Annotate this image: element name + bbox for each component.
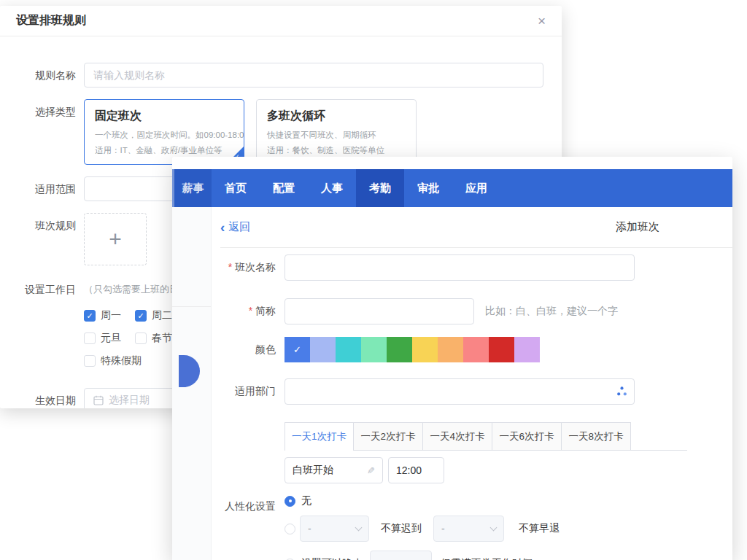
range-label: 适用范围 bbox=[0, 176, 84, 201]
app-logo: 薪事 bbox=[172, 169, 212, 207]
radio-tolerance[interactable] bbox=[285, 524, 295, 534]
page-title: 添加班次 bbox=[616, 220, 659, 234]
effective-date-label: 生效日期 bbox=[0, 388, 84, 408]
workday-label: 设置工作日 bbox=[0, 277, 84, 302]
top-navbar: 薪事 首页 配置 人事 考勤 审批 应用 bbox=[172, 169, 732, 207]
color-swatch[interactable] bbox=[336, 337, 361, 362]
abbr-input[interactable] bbox=[285, 298, 474, 324]
early-tolerance-select[interactable]: - bbox=[433, 516, 504, 542]
rule-name-input[interactable] bbox=[84, 63, 543, 88]
tab-punch-6[interactable]: 一天6次打卡 bbox=[492, 422, 562, 450]
radio-none[interactable] bbox=[285, 496, 295, 507]
org-tree-icon[interactable] bbox=[616, 386, 627, 397]
card-desc: 快捷设置不同班次、周期循环 bbox=[267, 130, 406, 141]
color-swatches: ✓ bbox=[285, 337, 540, 362]
drawer-toggle-handle[interactable] bbox=[179, 355, 200, 387]
humanize-label: 人性化设置 bbox=[220, 500, 276, 513]
card-desc: 一个班次，固定班次时间。如09:00-18:00 bbox=[95, 130, 233, 141]
color-swatch[interactable] bbox=[361, 337, 387, 362]
dialog-header: 设置排班规则 × bbox=[0, 6, 562, 36]
color-swatch[interactable] bbox=[489, 337, 514, 362]
color-swatch-selected[interactable]: ✓ bbox=[285, 337, 310, 362]
dept-input[interactable] bbox=[285, 378, 635, 405]
calendar-icon bbox=[93, 395, 104, 405]
checkbox-icon bbox=[84, 355, 96, 367]
color-swatch[interactable] bbox=[387, 337, 412, 362]
nav-item-apps[interactable]: 应用 bbox=[452, 169, 500, 207]
abbr-label: 简称 bbox=[220, 305, 276, 318]
collapsed-sidebar bbox=[172, 207, 212, 560]
color-swatch[interactable] bbox=[310, 337, 336, 362]
checkbox-icon bbox=[84, 332, 96, 344]
color-swatch[interactable] bbox=[438, 337, 463, 362]
checkbox-checked-icon: ✓ bbox=[84, 310, 96, 322]
pencil-icon: ✎ bbox=[367, 465, 375, 476]
attendance-window: 薪事 首页 配置 人事 考勤 审批 应用 ‹ 返回 添加班次 班次名称 bbox=[172, 157, 732, 560]
color-swatch[interactable] bbox=[514, 337, 540, 362]
back-chevron-icon: ‹ bbox=[220, 220, 225, 234]
type-label: 选择类型 bbox=[0, 99, 84, 165]
card-title: 固定班次 bbox=[95, 109, 233, 124]
late-tolerance-select[interactable]: - bbox=[300, 516, 369, 542]
tab-punch-1[interactable]: 一天1次打卡 bbox=[285, 422, 354, 451]
shift-name-label: 班次名称 bbox=[220, 261, 276, 274]
checkbox-icon bbox=[135, 332, 147, 344]
punch-count-tabs: 一天1次打卡 一天2次打卡 一天4次打卡 一天6次打卡 一天8次打卡 bbox=[285, 422, 687, 451]
card-scope: 适用：IT、金融、政府/事业单位等 bbox=[95, 145, 233, 156]
rule-name-label: 规则名称 bbox=[0, 63, 84, 88]
tab-punch-8[interactable]: 一天8次打卡 bbox=[562, 422, 631, 450]
color-label: 颜色 bbox=[220, 343, 276, 357]
dialog-title: 设置排班规则 bbox=[16, 13, 86, 28]
tab-punch-2[interactable]: 一天2次打卡 bbox=[354, 422, 423, 450]
abbr-hint: 比如：白、白班，建议一个字 bbox=[485, 305, 618, 318]
dept-label: 适用部门 bbox=[220, 385, 276, 398]
nav-item-config[interactable]: 配置 bbox=[260, 169, 308, 207]
shift-start-name-input[interactable]: 白班开始 ✎ bbox=[285, 457, 383, 483]
plus-icon: + bbox=[109, 227, 122, 252]
color-swatch[interactable] bbox=[463, 337, 489, 362]
workday-checkbox-monday[interactable]: ✓ 周一 bbox=[84, 309, 135, 322]
back-link[interactable]: ‹ 返回 bbox=[220, 220, 250, 234]
checkbox-checked-icon: ✓ bbox=[135, 310, 147, 322]
card-title: 多班次循环 bbox=[267, 109, 406, 124]
color-swatch[interactable] bbox=[412, 337, 438, 362]
close-icon[interactable]: × bbox=[538, 14, 546, 28]
holiday-checkbox-special[interactable]: 特殊假期 bbox=[84, 354, 142, 368]
tab-punch-4[interactable]: 一天4次打卡 bbox=[423, 422, 492, 450]
nav-item-hr[interactable]: 人事 bbox=[308, 169, 356, 207]
chevron-down-icon bbox=[490, 524, 498, 531]
holiday-checkbox-newyear[interactable]: 元旦 bbox=[84, 332, 135, 345]
shift-type-card-cycle[interactable]: 多班次循环 快捷设置不同班次、周期循环 适用：餐饮、制造、医院等单位 bbox=[256, 99, 417, 160]
check-icon: ✓ bbox=[293, 344, 301, 355]
chevron-down-icon bbox=[355, 524, 363, 531]
nav-item-home[interactable]: 首页 bbox=[212, 169, 260, 207]
add-shift-rule-button[interactable]: + bbox=[84, 213, 147, 265]
late-come-select[interactable]: - bbox=[370, 551, 432, 560]
shift-start-time-input[interactable]: 12:00 bbox=[388, 457, 444, 483]
card-scope: 适用：餐饮、制造、医院等单位 bbox=[267, 145, 406, 156]
shift-name-input[interactable] bbox=[285, 254, 635, 281]
shift-rule-label: 班次规则 bbox=[0, 213, 84, 265]
shift-type-card-fixed[interactable]: 固定班次 一个班次，固定班次时间。如09:00-18:00 适用：IT、金融、政… bbox=[84, 99, 244, 165]
nav-item-attendance[interactable]: 考勤 bbox=[356, 169, 404, 207]
nav-item-approval[interactable]: 审批 bbox=[404, 169, 452, 207]
